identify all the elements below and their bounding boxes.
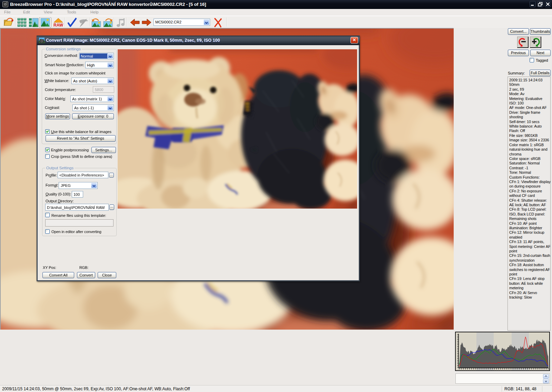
svg-text:RAW: RAW [53, 23, 63, 28]
